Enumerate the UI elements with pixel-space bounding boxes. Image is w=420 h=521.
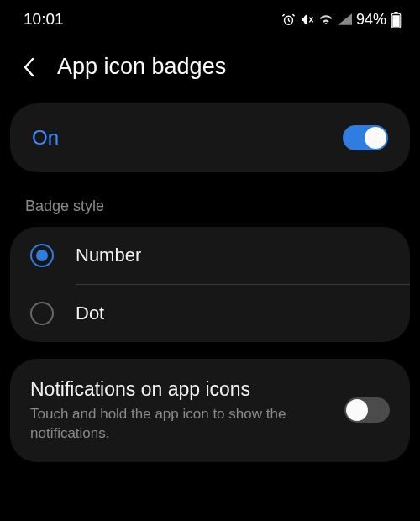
row-title: Notifications on app icons <box>30 377 326 402</box>
status-bar: 10:01 94% <box>0 0 420 35</box>
status-time: 10:01 <box>24 10 64 29</box>
battery-icon <box>391 12 402 28</box>
radio-button[interactable] <box>30 302 54 325</box>
radio-option-number[interactable]: Number <box>10 227 410 284</box>
radio-label: Number <box>76 245 141 266</box>
mute-icon <box>300 13 314 27</box>
svg-rect-3 <box>394 12 397 13</box>
signal-icon <box>338 13 352 26</box>
svg-rect-2 <box>392 15 399 27</box>
alarm-icon <box>281 13 296 27</box>
master-toggle-switch[interactable] <box>343 125 388 150</box>
battery-percent: 94% <box>356 11 386 29</box>
master-toggle-card: On <box>10 103 410 172</box>
wifi-icon <box>318 13 333 26</box>
badge-style-card: Number Dot <box>10 227 410 342</box>
status-icons: 94% <box>281 11 402 29</box>
toggle-knob <box>346 399 368 421</box>
master-toggle-row[interactable]: On <box>10 103 410 172</box>
back-button[interactable] <box>17 55 40 79</box>
radio-label: Dot <box>76 303 104 324</box>
radio-option-dot[interactable]: Dot <box>10 285 410 342</box>
notifications-on-icons-row[interactable]: Notifications on app icons Touch and hol… <box>10 359 410 462</box>
radio-button[interactable] <box>30 244 54 267</box>
chevron-left-icon <box>21 55 36 79</box>
page-title: App icon badges <box>57 54 226 80</box>
section-label-badge-style: Badge style <box>0 172 420 227</box>
page-header: App icon badges <box>0 35 420 103</box>
toggle-knob <box>365 127 386 149</box>
row-subtitle: Touch and hold the app icon to show the … <box>30 405 326 444</box>
notifications-on-icons-card: Notifications on app icons Touch and hol… <box>10 359 410 462</box>
notifications-toggle-switch[interactable] <box>344 397 390 423</box>
master-toggle-label: On <box>32 126 324 150</box>
